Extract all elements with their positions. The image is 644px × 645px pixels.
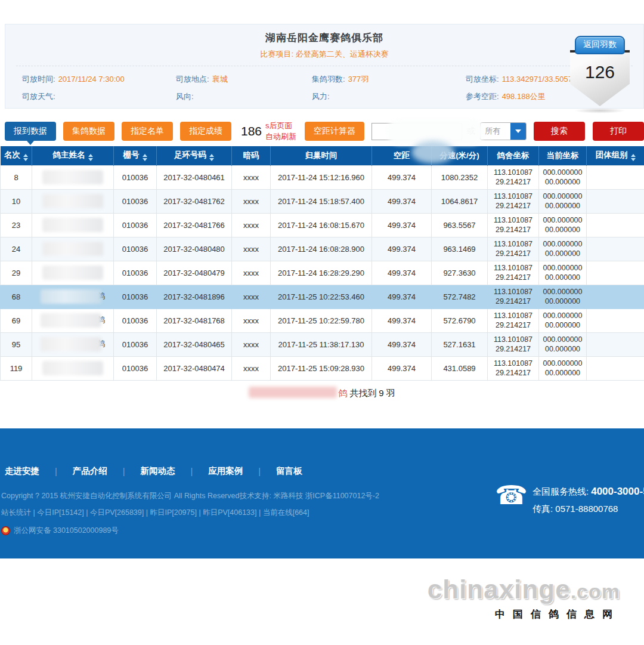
rank-cell: 8 — [1, 165, 32, 189]
tab-nominated-list[interactable]: 指定名单 — [122, 122, 173, 141]
code-cell: xxxx — [232, 213, 271, 237]
time-cell: 2017-11-25 15:09:28.930 — [271, 356, 372, 380]
table-row[interactable]: 100100362017-32-0481762xxxx2017-11-24 15… — [1, 189, 644, 213]
owner-cell: 鸽 — [32, 285, 114, 308]
code-cell: xxxx — [232, 189, 271, 213]
masked-owner-name — [42, 194, 103, 208]
footer-nav-item-3[interactable]: 应用案例 — [208, 465, 243, 477]
ring-cell: 2017-32-0480480 — [157, 237, 232, 261]
hotline-number: 4000-3000-5 — [591, 486, 644, 497]
code-cell: xxxx — [232, 308, 271, 332]
chevron-down-icon[interactable] — [510, 123, 526, 140]
info-label: 风力: — [312, 92, 330, 101]
info-wind-force: 风力: — [312, 91, 466, 102]
table-row[interactable]: 68鸽0100362017-32-0481896xxxx2017-11-25 1… — [1, 285, 644, 308]
owner-cell: 鸽 — [32, 332, 114, 356]
distance-cell: 499.374 — [372, 308, 432, 332]
police-badge-icon — [1, 526, 10, 535]
column-header-rank[interactable]: 名次 — [1, 146, 32, 165]
search-button[interactable]: 搜索 — [534, 122, 585, 141]
sort-icon — [631, 154, 636, 161]
table-row[interactable]: 95鸽0100362017-32-0480465xxxx2017-11-25 1… — [1, 332, 644, 356]
hotline-label: 全国服务热线: — [532, 486, 589, 496]
column-label: 当前坐标 — [547, 151, 579, 160]
masked-owner-name — [41, 289, 101, 304]
ring-cell: 2017-32-0480461 — [157, 165, 232, 189]
column-header-ring[interactable]: 足环号码 — [157, 146, 232, 165]
table-row[interactable]: 230100362017-32-0481766xxxx2017-11-24 16… — [1, 213, 644, 237]
badge-shadow — [574, 108, 626, 113]
footer-nav-item-0[interactable]: 走进安捷 — [5, 465, 39, 477]
info-label: 参考空距: — [466, 92, 499, 101]
column-header-owner[interactable]: 鸽主姓名 — [32, 146, 114, 165]
distance-calculator-button[interactable]: 空距计算器 — [305, 122, 364, 141]
toolbar: 报到数据集鸽数据指定名单指定成绩 186 s后页面自动刷新 空距计算器 或 所有… — [5, 121, 644, 141]
results-table: 名次鸽主姓名棚号足环号码暗码归巢时间空距分速(米/分)鸽舍坐标当前坐标团体组别 … — [0, 146, 644, 381]
masked-owner-name — [42, 361, 103, 375]
privacy-blur-tail — [411, 141, 454, 163]
nav-separator: | — [55, 467, 57, 476]
current-coord-cell: 000.00000000.000000 — [539, 356, 587, 380]
ring-cell: 2017-32-0481768 — [157, 308, 232, 332]
footer-nav-item-1[interactable]: 产品介绍 — [73, 465, 107, 477]
table-row[interactable]: 80100362017-32-0480461xxxx2017-11-24 15:… — [1, 165, 644, 189]
ring-cell: 2017-32-0481762 — [157, 189, 232, 213]
return-count-value: 126 — [570, 62, 630, 82]
table-header-row: 名次鸽主姓名棚号足环号码暗码归巢时间空距分速(米/分)鸽舍坐标当前坐标团体组别 — [1, 146, 644, 165]
masked-search-name — [249, 387, 337, 398]
column-label: 鸽主姓名 — [53, 150, 85, 159]
speed-cell: 963.5567 — [432, 213, 488, 237]
distance-cell: 499.374 — [372, 332, 432, 356]
shield-badge-icon: 126 — [570, 50, 630, 106]
footer-nav: 走进安捷|产品介绍|新闻动态|应用案例|留言板 — [0, 428, 644, 477]
team-cell — [587, 308, 644, 332]
police-record-row: 浙公网安备 33010502000989号 — [1, 526, 644, 536]
watermark-domain-name: chinaxinge — [428, 575, 571, 604]
owner-cell — [32, 356, 114, 380]
team-cell — [587, 356, 644, 380]
speed-cell: 527.1631 — [432, 332, 488, 356]
speed-cell: 572.7482 — [432, 285, 488, 308]
info-release-time: 司放时间:2017/11/24 7:30:00 — [22, 74, 176, 85]
refresh-label: s后页面自动刷新 — [265, 121, 298, 142]
police-record-text: 浙公网安备 33010502000989号 — [14, 526, 119, 536]
sort-icon — [209, 154, 214, 161]
current-coord-cell: 000.00000000.000000 — [539, 332, 587, 356]
masked-owner-name — [42, 266, 103, 280]
tab-collect-data[interactable]: 集鸽数据 — [63, 122, 114, 141]
rank-cell: 95 — [1, 332, 32, 356]
distance-cell: 499.374 — [372, 285, 432, 308]
contact-block: 全国服务热线:4000-3000-5 传真: 0571-88800768 — [532, 486, 644, 515]
column-header-team[interactable]: 团体组别 — [587, 146, 644, 165]
page: 湖南岳阳金鹰赛鸽俱乐部 比赛项目: 必登高第二关、运通杯决赛 司放时间:2017… — [0, 0, 644, 645]
table-row[interactable]: 290100362017-32-0480479xxxx2017-11-24 16… — [1, 261, 644, 285]
tab-report-data[interactable]: 报到数据 — [5, 122, 56, 141]
nav-separator: | — [123, 467, 125, 476]
ring-cell: 2017-32-0480474 — [157, 356, 232, 380]
table-row[interactable]: 69鸽0100362017-32-0481768xxxx2017-11-25 1… — [1, 308, 644, 332]
info-label: 风向: — [176, 92, 194, 101]
column-label: 名次 — [4, 150, 20, 159]
table-row[interactable]: 1190100362017-32-0480474xxxx2017-11-25 1… — [1, 356, 644, 380]
nav-separator: | — [191, 467, 193, 476]
event-subtitle: 比赛项目: 必登高第二关、运通杯决赛 — [5, 49, 643, 60]
current-coord-cell: 000.00000000.000000 — [539, 308, 587, 332]
watermark-site-name: 中国信鸽信息网 — [428, 607, 620, 621]
loft-coord-cell: 113.10108729.214217 — [488, 332, 539, 356]
info-label: 司放天气: — [22, 92, 55, 101]
return-count-tab[interactable]: 返回羽数 — [575, 36, 625, 54]
column-header-loft[interactable]: 棚号 — [114, 146, 157, 165]
rank-cell: 69 — [1, 308, 32, 332]
team-cell — [587, 261, 644, 285]
owner-cell — [32, 189, 114, 213]
watermark-domain: chinaxinge.com — [428, 576, 620, 603]
loft-coord-cell: 113.10108729.214217 — [488, 237, 539, 261]
footer-nav-item-2[interactable]: 新闻动态 — [141, 465, 175, 477]
loft-cell: 010036 — [114, 237, 157, 261]
tab-nominated-result[interactable]: 指定成绩 — [180, 122, 231, 141]
footer-nav-item-4[interactable]: 留言板 — [276, 465, 302, 477]
print-button[interactable]: 打印 — [593, 122, 644, 141]
table-row[interactable]: 240100362017-32-0480480xxxx2017-11-24 16… — [1, 237, 644, 261]
filter-select[interactable]: 所有 — [480, 122, 527, 140]
speed-cell: 963.1469 — [432, 237, 488, 261]
